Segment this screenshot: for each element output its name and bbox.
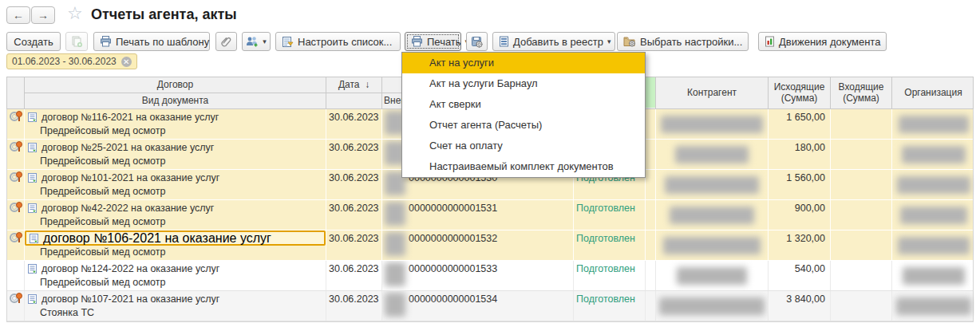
cell-status[interactable]: Подготовлен	[574, 291, 646, 321]
cell-number[interactable]: 0000000000001531	[382, 200, 574, 230]
select-settings-label: Выбрать настройки...	[640, 36, 742, 48]
cell-contract[interactable]: договор №101-2021 на оказание услугПредр…	[25, 170, 326, 199]
save-settings-button[interactable]	[466, 32, 488, 51]
cell-number[interactable]: 0000000000001533	[382, 261, 574, 290]
nav-forward-button[interactable]: →	[31, 6, 55, 24]
cell-status[interactable]: Подготовлен	[574, 230, 646, 260]
print-menu-item[interactable]: Акт на услуги Барнаул	[402, 73, 645, 94]
document-icon	[27, 142, 38, 153]
header-contract[interactable]: Договор Вид документа	[25, 77, 326, 108]
table-row[interactable]: договор №42-2022 на оказание услугПредре…	[7, 200, 973, 230]
cell-organization[interactable]	[892, 200, 974, 230]
header-outgoing-sum[interactable]: Исходящие(Сумма)	[769, 77, 831, 108]
cell-organization[interactable]	[892, 109, 974, 139]
print-menu-item[interactable]: Отчет агента (Расчеты)	[402, 115, 645, 136]
table-row[interactable]: договор №124-2022 на оказание услугПредр…	[7, 261, 973, 291]
cell-incoming-sum[interactable]	[831, 109, 892, 139]
header-organization[interactable]: Организация	[892, 77, 974, 108]
cell-counterparty[interactable]	[656, 230, 769, 260]
cell-organization[interactable]	[892, 230, 974, 260]
close-icon[interactable]: ✕	[121, 57, 132, 67]
cell-organization[interactable]	[892, 291, 974, 321]
configure-list-button[interactable]: Настроить список...	[275, 32, 401, 51]
cell-counterparty[interactable]	[656, 200, 769, 230]
attach-file-button[interactable]	[215, 32, 237, 51]
cell-outgoing-sum[interactable]: 180,00	[769, 140, 831, 169]
cell-organization[interactable]	[892, 261, 974, 290]
cell-contract[interactable]: договор №124-2022 на оказание услугПредр…	[25, 261, 326, 290]
date-text: 30.06.2023	[326, 170, 381, 185]
cell-outgoing-sum[interactable]: 900,00	[769, 200, 831, 230]
header-icon-column[interactable]	[7, 77, 25, 108]
period-filter-chip[interactable]: 01.06.2023 - 30.06.2023 ✕	[6, 53, 137, 69]
print-menu-item[interactable]: Настраиваемый комплект документов	[402, 156, 645, 177]
print-menu-item[interactable]: Акт на услуги	[402, 53, 645, 73]
cell-date[interactable]: 30.06.2023	[326, 261, 382, 290]
print-by-template-button[interactable]: Печать по шаблону	[93, 32, 210, 51]
cell-counterparty[interactable]	[656, 109, 769, 139]
document-movements-label: Движения документа	[779, 36, 880, 48]
cell-outgoing-sum[interactable]: 540,00	[769, 261, 831, 290]
create-button[interactable]: Создать	[6, 32, 61, 51]
cell-number[interactable]: 0000000000001534	[382, 291, 574, 321]
cell-edo-state	[7, 291, 25, 321]
contract-text: договор №25-2021 на оказание услуг	[41, 142, 214, 153]
cell-contract[interactable]: договор №116-2021 на оказание услугПредр…	[25, 109, 326, 139]
cell-contract[interactable]: договор №25-2021 на оказание услугПредре…	[25, 140, 326, 169]
print-menu-button[interactable]: Печать ▾	[405, 32, 461, 51]
cell-payment-flag	[646, 230, 656, 260]
document-icon	[29, 233, 40, 244]
cell-date[interactable]: 30.06.2023	[326, 109, 382, 139]
cell-number[interactable]: 0000000000001532	[382, 230, 574, 260]
header-date[interactable]: Дата ↓	[326, 77, 382, 108]
assign-users-button[interactable]: ▾	[242, 32, 271, 51]
cell-incoming-sum[interactable]	[831, 291, 892, 321]
cell-incoming-sum[interactable]	[831, 170, 892, 199]
cell-incoming-sum[interactable]	[831, 140, 892, 169]
cell-date[interactable]: 30.06.2023	[326, 200, 382, 230]
cell-counterparty[interactable]	[656, 261, 769, 290]
nav-back-button[interactable]: ←	[6, 6, 30, 24]
redacted-organization	[903, 267, 965, 285]
select-settings-button[interactable]: Выбрать настройки...	[617, 32, 749, 51]
edo-exchange-icon	[10, 293, 22, 305]
cell-organization[interactable]	[892, 170, 974, 199]
cell-incoming-sum[interactable]	[831, 200, 892, 230]
cell-incoming-sum[interactable]	[831, 261, 892, 290]
header-payment-flag[interactable]	[646, 77, 656, 108]
cell-payment-flag	[646, 140, 656, 169]
cell-date[interactable]: 30.06.2023	[326, 230, 382, 260]
table-row[interactable]: договор №107-2021 на оказание услугСтоян…	[7, 291, 973, 321]
cell-counterparty[interactable]	[656, 291, 769, 321]
cell-counterparty[interactable]	[656, 140, 769, 169]
cell-incoming-sum[interactable]	[831, 230, 892, 260]
cell-organization[interactable]	[892, 140, 974, 169]
favorite-star-icon[interactable]: ☆	[67, 3, 83, 24]
header-counterparty[interactable]: Контрагент	[656, 77, 769, 108]
cell-contract[interactable]: договор №107-2021 на оказание услугСтоян…	[25, 291, 326, 321]
cell-status[interactable]: Подготовлен	[574, 261, 646, 290]
table-row[interactable]: договор №106-2021 на оказание услугПредр…	[7, 230, 973, 261]
cell-date[interactable]: 30.06.2023	[326, 140, 382, 169]
cell-status[interactable]: Подготовлен	[574, 200, 646, 230]
document-movements-button[interactable]: Движения документа	[758, 32, 887, 51]
add-to-registry-button[interactable]: Добавить в реестр ▾	[492, 32, 615, 51]
cell-contract[interactable]: договор №42-2022 на оказание услугПредре…	[25, 200, 326, 230]
cell-outgoing-sum[interactable]: 1 650,00	[769, 109, 831, 139]
copy-document-button[interactable]	[65, 32, 88, 51]
cell-outgoing-sum[interactable]: 1 320,00	[769, 230, 831, 260]
outgoing-sum-text: 900,00	[769, 200, 830, 215]
header-contract-label: Договор	[25, 77, 326, 93]
print-menu-item[interactable]: Акт сверки	[402, 94, 645, 115]
cell-date[interactable]: 30.06.2023	[326, 291, 382, 321]
redacted-counterparty	[661, 116, 763, 133]
cell-date[interactable]: 30.06.2023	[326, 170, 382, 199]
cell-outgoing-sum[interactable]: 3 840,00	[769, 291, 831, 321]
cell-contract-selected[interactable]: договор №106-2021 на оказание услугПредр…	[25, 230, 326, 260]
cell-outgoing-sum[interactable]: 1 560,00	[769, 170, 831, 199]
header-incoming-sum[interactable]: Входящие(Сумма)	[831, 77, 892, 108]
status-text: Подготовлен	[574, 261, 645, 276]
print-menu-item[interactable]: Счет на оплату	[402, 136, 645, 156]
cell-counterparty[interactable]	[656, 170, 769, 199]
doc-kind-text: Предрейсовый мед осмотр	[25, 155, 326, 169]
